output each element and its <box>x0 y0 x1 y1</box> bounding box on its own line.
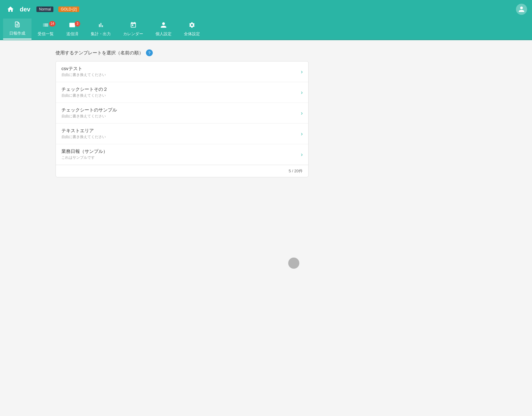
sent-badge: 3 <box>75 21 80 27</box>
nav-label-settings: 全体設定 <box>184 31 200 37</box>
chevron-icon-1: › <box>301 89 303 96</box>
nav-label-sent: 送信済 <box>66 31 78 37</box>
home-button[interactable] <box>5 4 16 15</box>
template-desc-4: これはサンプルです <box>61 155 108 160</box>
help-icon[interactable]: ? <box>146 49 153 56</box>
nav-item-sent[interactable]: 3 送信済 <box>60 19 85 40</box>
template-item-0[interactable]: csvテスト 自由に書き換えてください › <box>56 61 308 82</box>
nav-item-calendar[interactable]: カレンダー <box>117 19 149 40</box>
template-desc-0: 自由に書き換えてください <box>61 72 106 78</box>
chevron-icon-2: › <box>301 110 303 116</box>
badge-gold: GOLD-[2] <box>58 6 79 12</box>
personal-icon <box>160 22 167 30</box>
nav-label-personal: 個人設定 <box>156 31 172 37</box>
calendar-icon <box>130 22 137 30</box>
template-name-4: 業務日報（サンプル） <box>61 149 108 154</box>
settings-icon <box>189 22 195 30</box>
chevron-icon-0: › <box>301 69 303 75</box>
create-icon <box>14 21 21 29</box>
nav-item-personal[interactable]: 個人設定 <box>149 19 178 40</box>
top-header: dev Normal GOLD-[2] <box>0 0 532 19</box>
spinner-wrap <box>56 258 532 269</box>
inbox-badge: 14 <box>49 21 56 27</box>
template-desc-1: 自由に書き換えてください <box>61 93 108 98</box>
nav-label-create: 日報作成 <box>9 31 25 36</box>
app-name: dev <box>20 6 30 13</box>
template-item-2[interactable]: チェックシートのサンプル 自由に書き換えてください › <box>56 103 308 124</box>
template-name-3: テキストエリア <box>61 128 106 134</box>
template-info-4: 業務日報（サンプル） これはサンプルです <box>61 149 108 160</box>
template-name-1: チェックシートその２ <box>61 86 108 92</box>
template-name-0: csvテスト <box>61 66 106 72</box>
template-item-1[interactable]: チェックシートその２ 自由に書き換えてください › <box>56 82 308 103</box>
template-desc-2: 自由に書き換えてください <box>61 114 117 119</box>
nav-label-calendar: カレンダー <box>123 31 143 37</box>
template-name-2: チェックシートのサンプル <box>61 107 117 113</box>
chevron-icon-3: › <box>301 131 303 137</box>
report-icon <box>98 22 104 30</box>
badge-normal: Normal <box>36 6 53 12</box>
nav-item-create[interactable]: 日報作成 <box>3 19 31 40</box>
page-label: 使用するテンプレートを選択（名前の順） ? <box>56 49 532 56</box>
card-footer: 5 / 20件 <box>56 165 308 177</box>
page-title: 使用するテンプレートを選択（名前の順） <box>56 50 143 56</box>
loading-spinner <box>288 258 299 269</box>
chevron-icon-4: › <box>301 151 303 158</box>
template-info-2: チェックシートのサンプル 自由に書き換えてください <box>61 107 117 119</box>
main-content: 使用するテンプレートを選択（名前の順） ? csvテスト 自由に書き換えてくださ… <box>0 40 532 416</box>
template-info-3: テキストエリア 自由に書き換えてください <box>61 128 106 140</box>
template-item-3[interactable]: テキストエリア 自由に書き換えてください › <box>56 124 308 144</box>
nav-label-report: 集計・出力 <box>91 31 111 37</box>
nav-item-report[interactable]: 集計・出力 <box>85 19 117 40</box>
nav-bar: 日報作成 14 受信一覧 3 送信済 集計・出力 <box>0 19 532 40</box>
template-desc-3: 自由に書き換えてください <box>61 134 106 140</box>
template-card: csvテスト 自由に書き換えてください › チェックシートその２ 自由に書き換え… <box>56 61 309 177</box>
nav-item-settings[interactable]: 全体設定 <box>178 19 206 40</box>
nav-item-inbox[interactable]: 14 受信一覧 <box>31 19 60 40</box>
template-info-0: csvテスト 自由に書き換えてください <box>61 66 106 78</box>
template-item-4[interactable]: 業務日報（サンプル） これはサンプルです › <box>56 144 308 165</box>
nav-label-inbox: 受信一覧 <box>38 31 54 37</box>
inbox-icon <box>42 22 49 30</box>
pagination-text: 5 / 20件 <box>289 169 303 173</box>
template-info-1: チェックシートその２ 自由に書き換えてください <box>61 86 108 98</box>
user-avatar[interactable] <box>516 4 527 15</box>
